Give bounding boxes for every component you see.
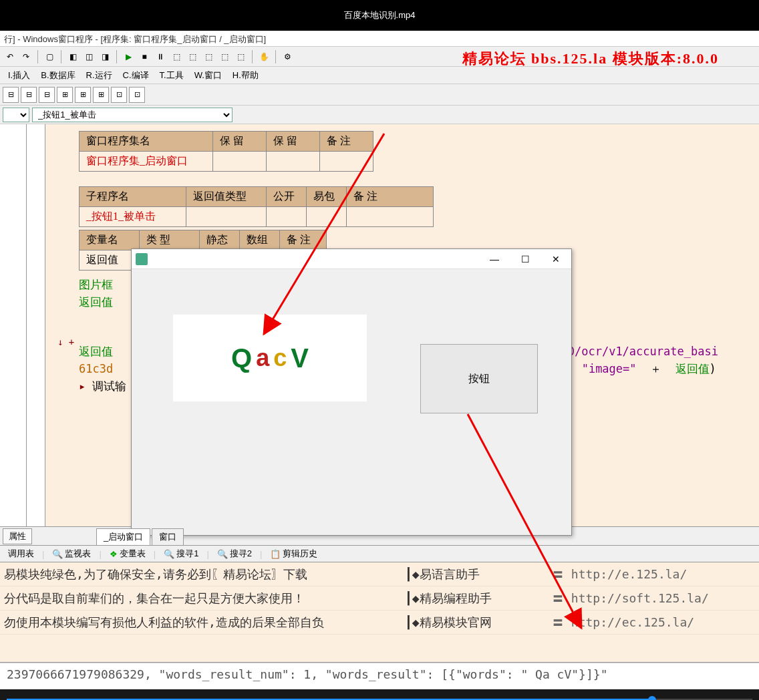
banner-text: 精易论坛 bbs.125.la 模块版本:8.0.0 [462, 49, 719, 69]
timeline-thumb[interactable] [648, 696, 656, 700]
pause-icon[interactable]: ⏸ [153, 49, 168, 64]
align4-icon[interactable]: ⊞ [57, 87, 73, 103]
panel3-icon[interactable]: ◨ [98, 49, 112, 64]
align5-icon[interactable]: ⊞ [75, 87, 91, 103]
ocr-button[interactable]: 按钮 [420, 344, 538, 413]
output-tabs: 调用表 | 🔍监视表 | ❖变量表 | 🔍搜寻1 | 🔍搜寻2 | 📋剪辑历史 [0, 545, 759, 562]
tab-search1[interactable]: 🔍搜寻1 [158, 546, 204, 562]
captcha-image: Q a c V [173, 315, 367, 401]
result-line[interactable]: 2397066671979086329, "words_result_num":… [0, 663, 759, 689]
align8-icon[interactable]: ⊡ [129, 87, 145, 103]
window-title: 行] - Windows窗口程序 - [程序集: 窗口程序集_启动窗口 / _启… [0, 31, 759, 47]
menu-run[interactable]: R.运行 [81, 67, 118, 83]
proc-dropdown[interactable]: _按钮1_被单击 [32, 108, 233, 122]
scope-dropdown[interactable] [3, 108, 29, 122]
menu-database[interactable]: B.数据库 [35, 67, 80, 83]
menu-insert[interactable]: I.插入 [3, 67, 35, 83]
align2-icon[interactable]: ⊟ [21, 87, 37, 103]
table-subroutine: 子程序名 返回值类型 公开 易包 备 注 _按钮1_被单击 [79, 186, 434, 227]
tab-watch[interactable]: 🔍监视表 [47, 546, 96, 562]
menu-window[interactable]: W.窗口 [189, 67, 227, 83]
step1-icon[interactable]: ⬚ [169, 49, 184, 64]
hand-icon[interactable]: ✋ [257, 49, 271, 64]
minimize-button[interactable]: — [479, 249, 510, 269]
play-icon[interactable]: ▶ [121, 49, 136, 64]
output-row: 分代码是取自前辈们的，集合在一起只是方便大家使用！ ┃◆精易编程助手 〓 htt… [0, 586, 759, 610]
undo-icon[interactable]: ↶ [3, 49, 17, 64]
output-content[interactable]: 易模块纯绿色,为了确保安全,请务必到〖精易论坛〗下载 ┃◆易语言助手 〓 htt… [0, 562, 759, 663]
td-programset-value[interactable]: 窗口程序集_启动窗口 [80, 152, 213, 172]
table-programset: 窗口程序集名 保 留 保 留 备 注 窗口程序集_启动窗口 [79, 131, 373, 172]
menu-compile[interactable]: C.编译 [118, 67, 154, 83]
menubar: I.插入 B.数据库 R.运行 C.编译 T.工具 W.窗口 H.帮助 [0, 67, 759, 84]
layout-icon[interactable]: ▢ [42, 49, 57, 64]
option-icon[interactable]: ⚙ [280, 49, 295, 64]
step5-icon[interactable]: ⬚ [233, 49, 248, 64]
video-title: 百度本地识别.mp4 [0, 0, 759, 31]
panel1-icon[interactable]: ◧ [65, 49, 80, 64]
maximize-button[interactable]: ☐ [510, 249, 541, 269]
redo-icon[interactable]: ↷ [19, 49, 33, 64]
menu-help[interactable]: H.帮助 [227, 67, 264, 83]
menu-tools[interactable]: T.工具 [154, 67, 189, 83]
app-window: — ☐ ✕ Q a c V 按钮 [131, 248, 572, 536]
tab-vars[interactable]: ❖变量表 [104, 546, 151, 562]
properties-tab[interactable]: 属性 [3, 528, 32, 544]
app-titlebar[interactable]: — ☐ ✕ [132, 249, 571, 269]
panel2-icon[interactable]: ◫ [82, 49, 96, 64]
tab-clip[interactable]: 📋剪辑历史 [265, 546, 323, 562]
th-programset-name: 窗口程序集名 [80, 132, 213, 152]
td-var-name[interactable]: 返回值 [80, 250, 140, 271]
dropdown-row: _按钮1_被单击 [0, 106, 759, 124]
gutter-markers: ↓ + [57, 337, 74, 347]
video-timeline[interactable] [0, 689, 759, 700]
output-row: 勿使用本模块编写有损他人利益的软件,造成的后果全部自负 ┃◆精易模块官网 〓 h… [0, 610, 759, 635]
left-panel [0, 124, 45, 526]
td-subroutine-value[interactable]: _按钮1_被单击 [80, 207, 186, 227]
tab-calltable[interactable]: 调用表 [3, 546, 39, 562]
step2-icon[interactable]: ⬚ [185, 49, 200, 64]
tab-search2[interactable]: 🔍搜寻2 [212, 546, 257, 562]
align3-icon[interactable]: ⊟ [39, 87, 55, 103]
output-row: 易模块纯绿色,为了确保安全,请务必到〖精易论坛〗下载 ┃◆易语言助手 〓 htt… [0, 562, 759, 586]
step4-icon[interactable]: ⬚ [217, 49, 232, 64]
tab-window[interactable]: 窗口 [152, 528, 184, 545]
close-button[interactable]: ✕ [541, 249, 571, 269]
toolbar-layout: ⊟ ⊟ ⊟ ⊞ ⊞ ⊞ ⊡ ⊡ [0, 84, 759, 106]
app-icon [136, 253, 148, 265]
tab-startup-window[interactable]: _启动窗口 [96, 528, 150, 545]
align6-icon[interactable]: ⊞ [93, 87, 109, 103]
align7-icon[interactable]: ⊡ [111, 87, 127, 103]
stop-icon[interactable]: ■ [137, 49, 152, 64]
align1-icon[interactable]: ⊟ [3, 87, 19, 103]
step3-icon[interactable]: ⬚ [201, 49, 216, 64]
